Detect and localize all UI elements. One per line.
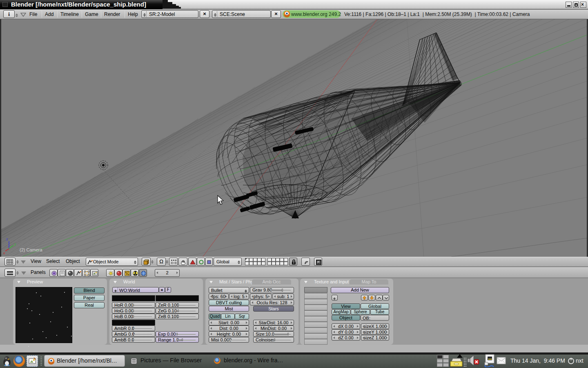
- svg-text:y: y: [14, 242, 16, 246]
- svg-text:x: x: [3, 251, 5, 255]
- svg-text:z: z: [6, 237, 8, 241]
